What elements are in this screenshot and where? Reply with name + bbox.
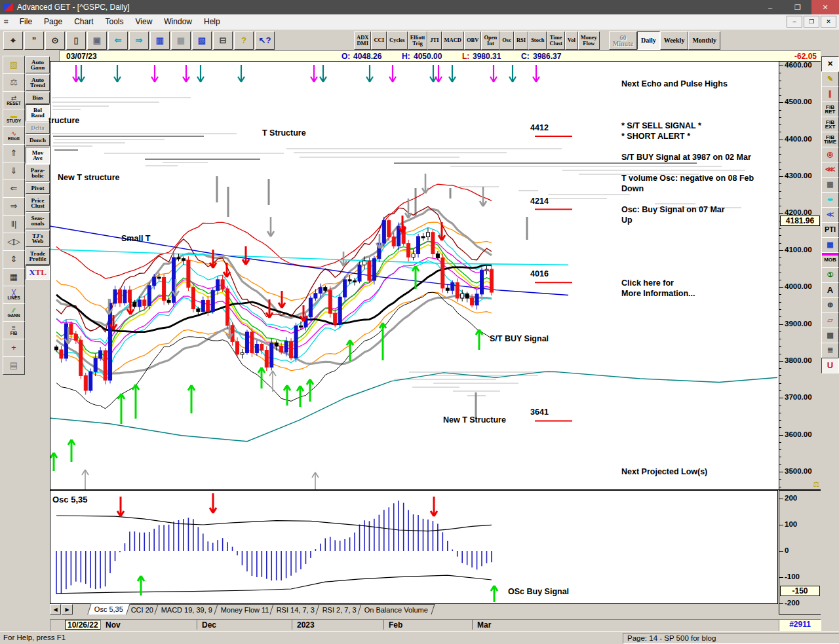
- ellipse-tool-icon[interactable]: ●: [821, 192, 839, 208]
- menu-window[interactable]: Window: [158, 15, 198, 28]
- menu-chart[interactable]: Chart: [68, 15, 99, 28]
- tab-osc-5-35[interactable]: Osc 5,35: [87, 603, 130, 615]
- properties-icon[interactable]: ▤: [3, 356, 25, 375]
- tab-scroll-right[interactable]: ▶: [62, 604, 73, 615]
- price-chart[interactable]: [50, 61, 779, 490]
- study-button-adx-dmi[interactable]: ADX DMI: [354, 31, 371, 50]
- tab-money-flow-11[interactable]: Money Flow 11: [214, 604, 276, 615]
- search-icon[interactable]: ⊙: [45, 31, 65, 50]
- toggle-delta[interactable]: Delta: [26, 122, 50, 134]
- tab-macd-19-39-9[interactable]: MACD 19, 39, 9: [155, 604, 220, 615]
- new-chart-icon[interactable]: ▯: [66, 31, 86, 50]
- toggle-auto-gann[interactable]: Auto Gann: [26, 56, 50, 73]
- delete-tool-icon[interactable]: ✕: [821, 56, 839, 72]
- fib-time-tool[interactable]: FIB TIME: [821, 132, 839, 147]
- close-button[interactable]: ✕: [811, 0, 839, 14]
- open-chart-icon[interactable]: ▨: [3, 56, 25, 74]
- toggle-trade-profile[interactable]: Trade Profile: [26, 248, 50, 265]
- chart-scroll-icon[interactable]: ▥: [150, 31, 170, 50]
- study-button-macd[interactable]: MACD: [442, 31, 464, 50]
- tab-rsi-14-7-3[interactable]: RSI 14, 7, 3: [270, 604, 322, 615]
- toggle-bol-band[interactable]: Bol Band: [26, 104, 50, 121]
- fib-extension-tool[interactable]: FIB EXT: [821, 117, 839, 132]
- study-button-money-flow[interactable]: Money Flow: [578, 31, 600, 50]
- gann-icon[interactable]: ∕∕GANN: [3, 303, 25, 322]
- oscillator-panel[interactable]: [50, 490, 778, 604]
- save-icon[interactable]: ▣: [87, 31, 107, 50]
- study-button-cci[interactable]: CCI: [371, 31, 387, 50]
- scales-icon[interactable]: ⚖: [3, 73, 25, 92]
- tab-rsi-2-7-3[interactable]: RSI 2, 7, 3: [316, 604, 364, 615]
- study-button-rsi[interactable]: RSI: [514, 31, 528, 50]
- grid-icon[interactable]: ▦: [3, 268, 25, 286]
- study-button-time-clust[interactable]: Time Clust: [547, 31, 564, 50]
- period-button-monthly[interactable]: Monthly: [688, 31, 720, 50]
- child-system-menu-icon[interactable]: ⌗: [4, 17, 9, 26]
- study-button-stoch[interactable]: Stoch: [528, 31, 547, 50]
- print-icon[interactable]: ⊟: [213, 31, 233, 50]
- more-info-link[interactable]: Click here for: [621, 278, 674, 288]
- period-button-60-minute[interactable]: 60 Minute: [609, 31, 637, 50]
- oscillator-axis[interactable]: 2001000-100-200-150: [779, 490, 821, 615]
- study-button-elliott-trig[interactable]: Elliott Trig: [408, 31, 428, 50]
- text-tool-icon[interactable]: A: [821, 282, 839, 298]
- fan-tool-icon[interactable]: ⋘: [821, 162, 839, 178]
- menu-help[interactable]: Help: [198, 15, 226, 28]
- tile-tool-icon[interactable]: ▩: [821, 328, 839, 343]
- study-button-obv[interactable]: OBV: [464, 31, 481, 50]
- restore-button[interactable]: ❐: [784, 0, 811, 14]
- reset-icon[interactable]: ⇄RESET: [3, 91, 25, 109]
- arrow-right-icon[interactable]: ⇒: [3, 197, 25, 216]
- toggle-para--bolic[interactable]: Para- bolic: [26, 164, 50, 181]
- child-close-button[interactable]: ✕: [821, 16, 836, 28]
- child-restore-button[interactable]: ❐: [804, 16, 819, 28]
- crosshair-icon[interactable]: +: [3, 339, 25, 357]
- menu-file[interactable]: File: [14, 15, 38, 28]
- parallel-lines-tool-icon[interactable]: ∥: [821, 86, 839, 102]
- help-icon[interactable]: ?: [234, 31, 254, 50]
- tab-scroll-left[interactable]: ◀: [50, 604, 61, 615]
- toggle-bias[interactable]: Bias: [26, 92, 50, 104]
- study-button-osc[interactable]: Osc: [499, 31, 514, 50]
- info-tool-icon[interactable]: ①: [821, 267, 839, 283]
- chart-pages-icon[interactable]: ▧: [192, 31, 212, 50]
- bars-icon[interactable]: ‖|: [3, 215, 25, 233]
- arrow-down-icon[interactable]: ⇓: [3, 162, 25, 180]
- h-expand-icon[interactable]: ◁▷: [3, 233, 25, 251]
- tab-on-balance-volume[interactable]: On Balance Volume: [358, 604, 435, 615]
- elliott-icon[interactable]: ∿Elliott: [3, 126, 25, 145]
- pages-tool-icon[interactable]: ≣: [821, 343, 839, 358]
- chart-disabled-icon[interactable]: ▩: [171, 31, 191, 50]
- axis-scales-icon[interactable]: ⚖: [813, 480, 819, 489]
- regression-tool-icon[interactable]: ≪: [821, 207, 839, 223]
- context-help-icon[interactable]: ↖?: [255, 31, 275, 50]
- study-button-jti[interactable]: JTI: [427, 31, 441, 50]
- study-icon[interactable]: ▬STUDY: [3, 109, 25, 127]
- study-button-open-int[interactable]: Open Int: [481, 31, 499, 50]
- back-icon[interactable]: ⇐: [108, 31, 128, 50]
- study-button-vol[interactable]: Vol: [565, 31, 578, 50]
- pti-tool[interactable]: PTI: [821, 222, 839, 238]
- fib-circle-tool-icon[interactable]: ◎: [821, 147, 839, 162]
- quote-icon[interactable]: ”: [24, 31, 44, 50]
- magnet-tool-icon[interactable]: U: [821, 358, 839, 373]
- date-axis[interactable]: 10/26/22 NovDec2023FebMar: [50, 619, 780, 632]
- grid2-tool-icon[interactable]: ▦: [821, 237, 839, 253]
- v-expand-icon[interactable]: ⇕: [3, 250, 25, 269]
- fib-retracement-tool[interactable]: FIB RET: [821, 102, 839, 117]
- pencil-tool-icon[interactable]: ✎: [821, 71, 839, 87]
- forward-icon[interactable]: ⇒: [129, 31, 149, 50]
- toggle-tj's-web[interactable]: TJ's Web: [26, 230, 50, 247]
- menu-tools[interactable]: Tools: [99, 15, 129, 28]
- fib-icon[interactable]: ≡FIB: [3, 321, 25, 339]
- pointer-tool-icon[interactable]: ⌖: [3, 31, 23, 50]
- toggle-auto-trend[interactable]: Auto Trend: [26, 74, 50, 91]
- zoom-tool-icon[interactable]: ⊕: [821, 297, 839, 313]
- arrow-left-icon[interactable]: ⇐: [3, 180, 25, 198]
- lines-icon[interactable]: ╳LINES: [3, 286, 25, 304]
- toggle-price-clust[interactable]: Price Clust: [26, 195, 50, 212]
- mob-tool[interactable]: MOB: [821, 252, 839, 268]
- toggle-donch[interactable]: Donch: [26, 134, 50, 146]
- eraser-tool-icon[interactable]: ▱: [821, 313, 839, 328]
- more-info-link[interactable]: More Information...: [621, 289, 695, 298]
